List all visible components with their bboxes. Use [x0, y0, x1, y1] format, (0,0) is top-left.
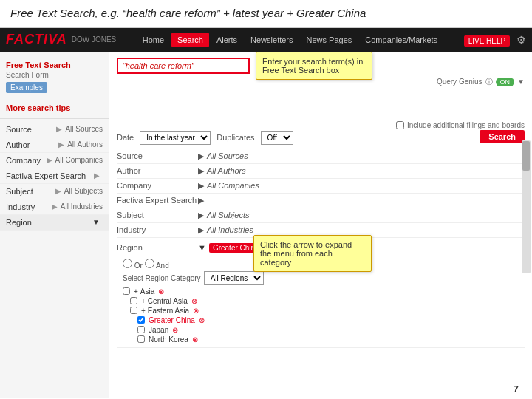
nav-alerts[interactable]: Alerts — [211, 33, 243, 47]
filter-source-value: All Sources — [65, 125, 103, 133]
eastern-asia-remove[interactable]: ⊗ — [193, 307, 199, 315]
tree-item-north-korea: North Korea ⊗ — [123, 335, 205, 344]
scrollbar-thumb[interactable] — [522, 141, 530, 171]
search-form-label: Search Form — [6, 71, 103, 79]
tree-item-asia: + Asia ⊗ — [123, 287, 205, 296]
search-input[interactable] — [117, 58, 250, 74]
nav-left: FACTIVA DOW JONES — [6, 32, 116, 47]
asia-expand[interactable]: + — [134, 287, 138, 296]
greater-china-remove[interactable]: ⊗ — [199, 316, 205, 324]
filter-main-industry-arrow[interactable]: ▶ — [198, 225, 204, 235]
eastern-asia-expand[interactable]: + — [141, 307, 146, 315]
and-label: And — [156, 262, 169, 270]
filter-main-industry-label: Industry — [117, 225, 198, 234]
central-asia-remove[interactable]: ⊗ — [191, 297, 197, 305]
filter-company-value: All Companies — [55, 156, 103, 164]
include-label: Include additional filings and boards — [407, 121, 525, 129]
nav-bar: FACTIVA DOW JONES Home Search Alerts New… — [0, 28, 532, 52]
filter-main-factiva-arrow[interactable]: ▶ — [198, 196, 204, 205]
tree-item-greater-china: Greater China ⊗ — [123, 316, 205, 325]
filter-region[interactable]: Region ▼ — [0, 215, 109, 231]
eastern-asia-checkbox[interactable] — [130, 307, 137, 314]
filter-source[interactable]: Source ▶ All Sources — [0, 122, 109, 137]
nav-companies-markets[interactable]: Companies/Markets — [359, 33, 443, 47]
central-asia-checkbox[interactable] — [130, 297, 137, 304]
north-korea-checkbox[interactable] — [137, 335, 145, 343]
live-help-badge[interactable]: LIVE HELP — [464, 35, 511, 47]
filter-source-arrow[interactable]: ▶ — [56, 125, 62, 133]
filter-factiva-arrow[interactable]: ▶ — [94, 171, 100, 180]
filter-author-label: Author — [6, 140, 55, 149]
title-bar: Free Text Search, e.g. “health care refo… — [0, 0, 532, 28]
japan-checkbox[interactable] — [137, 326, 145, 333]
filter-main-company-label: Company — [117, 181, 198, 190]
filter-main-subject-arrow[interactable]: ▶ — [198, 211, 204, 220]
tooltip-expand-text: Click the arrow to expand the menu from … — [260, 240, 352, 267]
japan-remove[interactable]: ⊗ — [172, 326, 178, 334]
examples-button[interactable]: Examples — [6, 82, 47, 93]
north-korea-remove[interactable]: ⊗ — [192, 335, 198, 344]
filter-subject-arrow[interactable]: ▶ — [55, 187, 61, 195]
filter-author[interactable]: Author ▶ All Authors — [0, 137, 109, 153]
filter-main-company-arrow[interactable]: ▶ — [198, 181, 204, 191]
nav-search[interactable]: Search — [171, 33, 209, 47]
search-button[interactable]: Search — [480, 130, 525, 143]
region-tree: + Asia ⊗ + Central Asia ⊗ + Eastern Asia — [123, 287, 205, 344]
filter-author-value: All Authors — [67, 140, 103, 149]
nav-news-pages[interactable]: News Pages — [301, 33, 358, 47]
duplicates-select[interactable]: Off — [261, 131, 293, 145]
filter-main-region-label: Region — [117, 243, 198, 252]
and-radio[interactable] — [145, 259, 154, 268]
central-asia-expand[interactable]: + — [141, 297, 146, 305]
or-radio[interactable] — [123, 259, 132, 268]
query-genius-info-icon: ⓘ — [485, 77, 493, 87]
filter-industry-arrow[interactable]: ▶ — [52, 202, 58, 211]
scrollbar[interactable] — [522, 140, 531, 273]
central-asia-label: Central Asia — [148, 297, 188, 305]
filter-main-source-arrow[interactable]: ▶ — [198, 151, 204, 161]
tooltip-expand: Click the arrow to expand the menu from … — [253, 235, 372, 272]
filter-factiva-expert[interactable]: Factiva Expert Search ▶ — [0, 168, 109, 184]
filter-industry[interactable]: Industry ▶ All Industries — [0, 200, 109, 215]
free-text-search-label: Free Text Search — [6, 61, 103, 69]
japan-label: Japan — [149, 326, 168, 334]
filter-subject[interactable]: Subject ▶ All Subjects — [0, 184, 109, 200]
nav-links: Home Search Alerts Newsletters News Page… — [137, 33, 443, 47]
tree-item-central-asia: + Central Asia ⊗ — [123, 296, 205, 306]
filter-main-source: Source ▶ All Sources — [117, 149, 525, 164]
query-genius-toggle[interactable]: ON — [496, 78, 515, 86]
filter-main-company: Company ▶ All Companies — [117, 179, 525, 194]
tooltip-search-text: Enter your search term(s) in Free Text S… — [262, 57, 363, 75]
greater-china-checkbox[interactable] — [137, 316, 145, 324]
nav-home[interactable]: Home — [137, 33, 170, 47]
filter-main-author: Author ▶ All Authors — [117, 164, 525, 179]
asia-remove[interactable]: ⊗ — [158, 287, 164, 296]
filter-factiva-expert-label: Factiva Expert Search — [6, 171, 91, 180]
filter-main-author-label: Author — [117, 166, 198, 175]
asia-label: Asia — [140, 287, 154, 296]
gear-icon[interactable]: ⚙ — [516, 34, 526, 46]
main-area: Query Genius ⓘ ON ▼ Enter your search te… — [109, 52, 532, 398]
filter-company-arrow[interactable]: ▶ — [47, 156, 52, 164]
filter-region-arrow[interactable]: ▼ — [92, 218, 100, 226]
select-region-label: Select Region Category — [123, 274, 201, 282]
include-checkbox[interactable] — [396, 121, 404, 129]
filter-main-region-arrow[interactable]: ▼ — [198, 243, 206, 252]
date-label: Date — [117, 133, 134, 142]
asia-checkbox[interactable] — [123, 287, 130, 295]
duplicates-label: Duplicates — [216, 133, 254, 142]
filter-company-label: Company — [6, 156, 44, 165]
filter-main-factiva-expert: Factiva Expert Search ▶ — [117, 194, 525, 208]
more-search-tips-link[interactable]: More search tips — [0, 100, 109, 115]
filter-author-arrow[interactable]: ▶ — [58, 140, 64, 149]
toggle-dropdown-icon[interactable]: ▼ — [517, 78, 525, 86]
nav-newsletters[interactable]: Newsletters — [245, 33, 299, 47]
factiva-logo[interactable]: FACTIVA — [6, 32, 67, 47]
filter-company[interactable]: Company ▶ All Companies — [0, 153, 109, 168]
greater-china-label: Greater China — [149, 316, 195, 324]
filter-main-author-arrow[interactable]: ▶ — [198, 166, 204, 176]
filter-industry-label: Industry — [6, 202, 49, 211]
date-select[interactable]: In the last year — [140, 131, 211, 145]
region-category-select[interactable]: All Regions — [204, 271, 264, 285]
filter-main-industry-value: All Industries — [207, 225, 253, 234]
